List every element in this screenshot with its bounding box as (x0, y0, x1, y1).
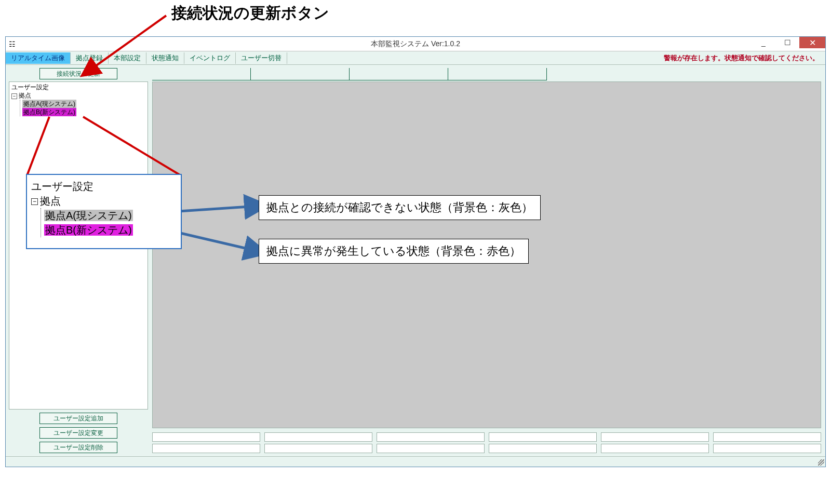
tree-leaf-label: 拠点A(現システム) (22, 100, 76, 108)
slot (601, 444, 709, 453)
slot (601, 432, 709, 442)
user-add-button[interactable]: ユーザー設定追加 (39, 413, 117, 424)
slot (489, 432, 597, 442)
toolbar-site-register[interactable]: 拠点登録 (71, 52, 109, 64)
toolbar-hq-settings[interactable]: 本部設定 (109, 52, 146, 64)
tree-label: ユーザー設定 (11, 84, 49, 91)
toolbar-status-notify[interactable]: 状態通知 (146, 52, 184, 64)
tree-leaf-site-a[interactable]: 拠点A(現システム) (22, 100, 146, 108)
statusbar (6, 456, 825, 467)
slot (377, 444, 485, 453)
toolbar-user-switch[interactable]: ユーザー切替 (236, 52, 287, 64)
tab-slot[interactable] (350, 68, 448, 80)
toolbar-realtime[interactable]: リアルタイム画像 (6, 52, 71, 64)
warning-message: 警報が存在します。状態通知で確認してください。 (664, 53, 819, 63)
annotation-title: 接続状況の更新ボタン (171, 3, 329, 24)
tab-slot[interactable] (152, 68, 251, 80)
tree-leaf-label: 拠点B(新システム) (22, 108, 76, 116)
tab-slot[interactable] (448, 68, 547, 80)
tree-item-sites[interactable]: −拠点 拠点A(現システム) 拠点B(新システム) (11, 91, 146, 116)
slot (264, 444, 372, 453)
refresh-connection-button[interactable]: 接続状況の更新 (39, 68, 117, 79)
top-tab-row (152, 68, 821, 80)
callout-gray: 拠点との接続が確認できない状態（背景色：灰色） (259, 195, 541, 220)
tree-label: 拠点 (19, 92, 31, 99)
tree-expander-icon[interactable]: − (11, 93, 17, 99)
slot (713, 432, 821, 442)
toolbar-event-log[interactable]: イベントログ (184, 52, 236, 64)
slot (152, 444, 260, 453)
slot (377, 432, 485, 442)
zoom-tree-item-user-settings: ユーザー設定 (31, 179, 177, 194)
zoom-tree-label: ユーザー設定 (31, 181, 93, 192)
titlebar: ☷ 本部監視システム Ver:1.0.2 _ ☐ ✕ (6, 37, 825, 51)
slot (713, 444, 821, 453)
zoom-tree-panel: ユーザー設定 −拠点 拠点A(現システム) 拠点B(新システム) (26, 174, 182, 249)
user-edit-button[interactable]: ユーザー設定変更 (39, 427, 117, 439)
slot (264, 432, 372, 442)
window-title: 本部監視システム Ver:1.0.2 (6, 39, 825, 49)
tab-slot[interactable] (251, 68, 350, 80)
maximize-button[interactable]: ☐ (775, 37, 799, 48)
tree-leaf-site-b[interactable]: 拠点B(新システム) (22, 108, 146, 116)
callout-magenta: 拠点に異常が発生している状態（背景色：赤色） (259, 239, 529, 264)
zoom-tree-item-sites: −拠点 拠点A(現システム) 拠点B(新システム) (31, 194, 177, 237)
tree-item-user-settings[interactable]: ユーザー設定 (11, 83, 146, 91)
close-button[interactable]: ✕ (799, 37, 825, 48)
slot (152, 432, 260, 442)
sidebar-bottom-buttons: ユーザー設定追加 ユーザー設定変更 ユーザー設定削除 (9, 413, 148, 453)
zoom-tree-expander-icon: − (31, 198, 38, 205)
zoom-tree-leaf-label: 拠点B(新システム) (44, 224, 133, 236)
zoom-tree-leaf-label: 拠点A(現システム) (44, 210, 133, 221)
size-grip-icon[interactable] (818, 459, 824, 466)
zoom-tree-label: 拠点 (40, 195, 61, 207)
titlebar-buttons: _ ☐ ✕ (752, 37, 825, 51)
sidebar: 接続状況の更新 ユーザー設定 −拠点 拠点A(現システム) 拠点B(新シ (6, 65, 151, 456)
app-icon: ☷ (9, 40, 17, 48)
zoom-tree-leaf-site-b: 拠点B(新システム) (44, 223, 177, 237)
bottom-grid (152, 432, 821, 453)
toolbar: リアルタイム画像 拠点登録 本部設定 状態通知 イベントログ ユーザー切替 警報… (6, 51, 825, 65)
zoom-tree-leaf-site-a: 拠点A(現システム) (44, 208, 177, 223)
user-delete-button[interactable]: ユーザー設定削除 (39, 442, 117, 453)
minimize-button[interactable]: _ (752, 37, 775, 48)
slot (489, 444, 597, 453)
